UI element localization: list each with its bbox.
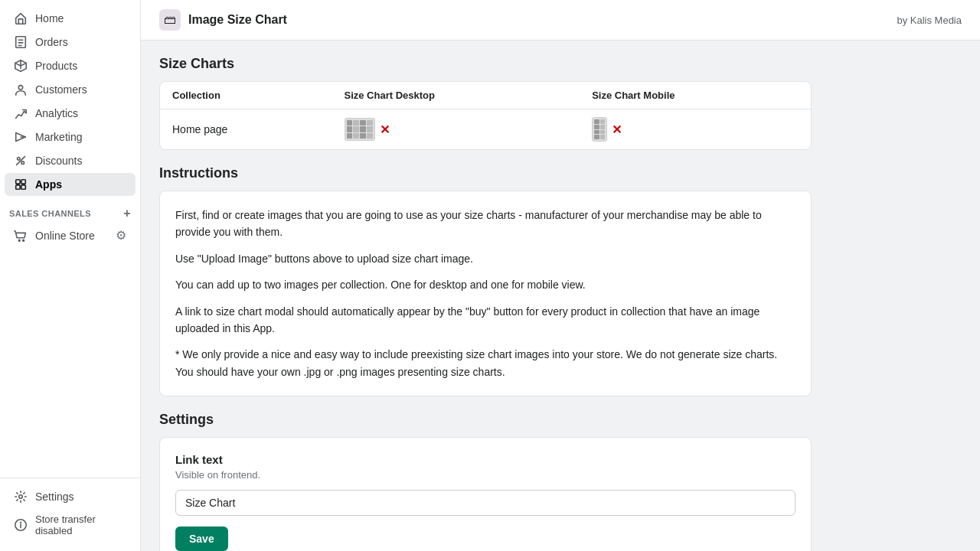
marketing-icon bbox=[14, 130, 28, 144]
header-attribution: by Kalis Media bbox=[897, 15, 962, 26]
sidebar-item-store-transfer[interactable]: Store transfer disabled bbox=[5, 509, 136, 541]
link-text-description: Visible on frontend. bbox=[175, 469, 795, 481]
add-sales-channel-button[interactable]: + bbox=[123, 207, 131, 220]
info-icon bbox=[14, 518, 28, 532]
sidebar-item-orders[interactable]: Orders bbox=[5, 31, 136, 54]
desktop-image-cell: ✕ bbox=[345, 118, 568, 141]
instruction-p1: First, find or create images that you ar… bbox=[175, 207, 795, 241]
settings-title: Settings bbox=[159, 412, 812, 428]
sidebar-item-products-label: Products bbox=[35, 60, 77, 72]
main-content: 🗃 Image Size Chart by Kalis Media Size C… bbox=[141, 0, 980, 551]
svg-point-1 bbox=[18, 86, 22, 90]
size-charts-card: Collection Size Chart Desktop Size Chart… bbox=[159, 81, 812, 150]
sidebar-item-orders-label: Orders bbox=[35, 36, 68, 48]
sidebar-item-settings[interactable]: Settings bbox=[5, 485, 136, 508]
sidebar-item-settings-label: Settings bbox=[35, 491, 74, 503]
sidebar-item-online-store-label: Online Store bbox=[35, 230, 95, 242]
settings-content: Link text Visible on frontend. Save bbox=[160, 438, 811, 551]
online-store-settings-icon[interactable]: ⚙ bbox=[116, 228, 126, 243]
sidebar-item-marketing-label: Marketing bbox=[35, 131, 82, 143]
instructions-content: First, find or create images that you ar… bbox=[160, 191, 811, 396]
sidebar-item-customers[interactable]: Customers bbox=[5, 78, 136, 101]
orders-icon bbox=[14, 35, 28, 49]
sidebar-item-analytics-label: Analytics bbox=[35, 107, 78, 119]
size-charts-title: Size Charts bbox=[159, 56, 812, 72]
analytics-icon bbox=[14, 106, 28, 120]
delete-mobile-button[interactable]: ✕ bbox=[612, 122, 622, 137]
table-row: Home page ✕ bbox=[160, 109, 811, 150]
desktop-chart-cell: ✕ bbox=[332, 109, 580, 150]
instruction-p2: Use "Upload Image" buttons above to uplo… bbox=[175, 250, 795, 267]
sidebar-item-discounts-label: Discounts bbox=[35, 155, 82, 167]
sidebar-item-store-transfer-label: Store transfer disabled bbox=[35, 514, 126, 536]
sidebar: Home Orders Products Customers bbox=[0, 0, 141, 551]
sidebar-item-marketing[interactable]: Marketing bbox=[5, 126, 136, 148]
sales-channels-label: SALES CHANNELS bbox=[9, 209, 91, 218]
sidebar-item-home[interactable]: Home bbox=[5, 7, 136, 30]
svg-point-16 bbox=[21, 522, 21, 523]
svg-point-4 bbox=[18, 158, 21, 161]
desktop-thumbnail bbox=[345, 118, 375, 141]
delete-desktop-button[interactable]: ✕ bbox=[380, 122, 390, 137]
apps-icon bbox=[14, 178, 28, 191]
svg-point-11 bbox=[18, 240, 20, 241]
mobile-thumbnail bbox=[592, 117, 607, 142]
link-text-label: Link text bbox=[175, 453, 795, 466]
svg-point-5 bbox=[21, 161, 24, 165]
sidebar-item-discounts[interactable]: Discounts bbox=[5, 149, 136, 172]
page-content: Size Charts Collection Size Chart Deskto… bbox=[141, 41, 830, 551]
customers-icon bbox=[14, 83, 28, 96]
instructions-section: Instructions First, find or create image… bbox=[159, 165, 812, 396]
svg-point-13 bbox=[19, 495, 23, 499]
instruction-p3: You can add up to two images per collect… bbox=[175, 276, 795, 293]
col-desktop: Size Chart Desktop bbox=[332, 82, 580, 109]
instruction-p5: * We only provide a nice and easy way to… bbox=[175, 346, 795, 380]
sales-channels-section: SALES CHANNELS + bbox=[0, 197, 140, 223]
sidebar-nav: Home Orders Products Customers bbox=[0, 0, 140, 478]
svg-rect-7 bbox=[16, 180, 20, 184]
size-charts-section: Size Charts Collection Size Chart Deskto… bbox=[159, 56, 812, 150]
sidebar-item-apps[interactable]: Apps bbox=[5, 173, 136, 196]
svg-rect-8 bbox=[21, 180, 25, 184]
header-left: 🗃 Image Size Chart bbox=[159, 9, 287, 31]
mobile-image-cell: ✕ bbox=[592, 117, 799, 142]
svg-point-12 bbox=[23, 240, 24, 241]
settings-card: Link text Visible on frontend. Save bbox=[159, 437, 812, 551]
svg-rect-10 bbox=[21, 185, 25, 189]
save-button[interactable]: Save bbox=[175, 527, 228, 551]
sidebar-item-products[interactable]: Products bbox=[5, 54, 136, 77]
home-icon bbox=[14, 11, 28, 25]
svg-rect-9 bbox=[16, 185, 20, 189]
settings-icon bbox=[14, 490, 28, 504]
instructions-title: Instructions bbox=[159, 165, 812, 181]
mobile-chart-cell: ✕ bbox=[580, 109, 811, 150]
link-text-input[interactable] bbox=[175, 490, 795, 516]
sidebar-item-online-store[interactable]: Online Store ⚙ bbox=[5, 223, 136, 247]
app-header: 🗃 Image Size Chart by Kalis Media bbox=[141, 0, 980, 41]
size-charts-table: Collection Size Chart Desktop Size Chart… bbox=[160, 82, 811, 149]
collection-cell: Home page bbox=[160, 109, 332, 150]
settings-section: Settings Link text Visible on frontend. … bbox=[159, 412, 812, 551]
discounts-icon bbox=[14, 154, 28, 168]
sidebar-item-apps-label: Apps bbox=[35, 178, 62, 191]
col-collection: Collection bbox=[160, 82, 332, 109]
sidebar-item-customers-label: Customers bbox=[35, 83, 87, 96]
instruction-p4: A link to size chart modal should automa… bbox=[175, 303, 795, 337]
sidebar-item-home-label: Home bbox=[35, 12, 64, 24]
col-mobile: Size Chart Mobile bbox=[580, 82, 811, 109]
sidebar-bottom: Settings Store transfer disabled bbox=[0, 478, 140, 551]
app-icon: 🗃 bbox=[159, 9, 181, 31]
instructions-card: First, find or create images that you ar… bbox=[159, 191, 812, 396]
header-title: Image Size Chart bbox=[188, 13, 287, 27]
store-icon bbox=[14, 229, 28, 243]
products-icon bbox=[14, 59, 28, 73]
sidebar-item-analytics[interactable]: Analytics bbox=[5, 102, 136, 125]
